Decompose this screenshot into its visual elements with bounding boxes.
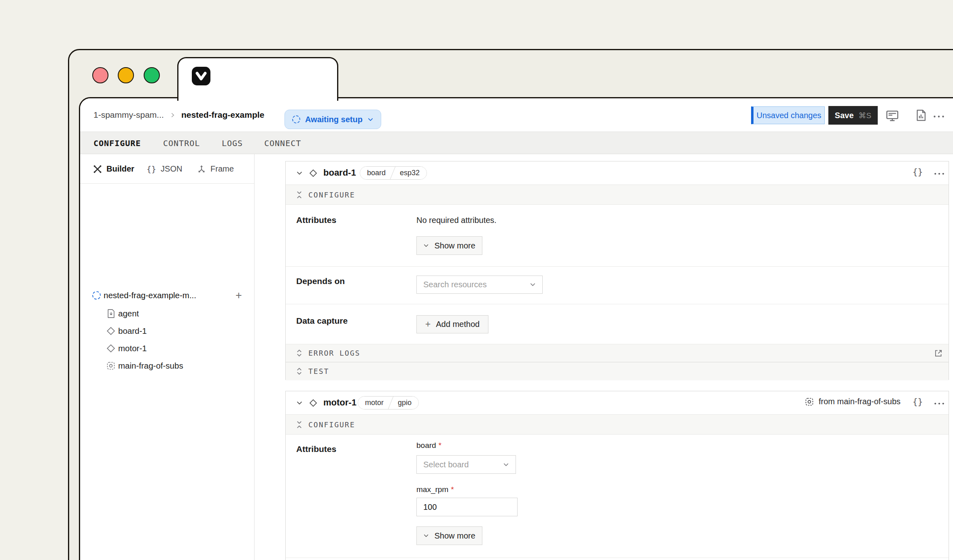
attributes-label: Attributes — [296, 444, 336, 454]
tree-item-board-1[interactable]: board-1 — [80, 322, 254, 340]
from-fragment-label: from main-frag-of-subs — [819, 397, 900, 406]
save-button-label: Save — [835, 111, 854, 120]
row-divider — [286, 558, 949, 558]
view-tab-frame[interactable]: Frame — [197, 154, 234, 184]
machine-status-badge[interactable]: Awaiting setup — [284, 110, 381, 129]
code-braces-icon[interactable]: {} — [913, 167, 923, 177]
machine-awaiting-icon — [92, 291, 101, 300]
data-capture-label: Data capture — [296, 316, 348, 326]
resource-card-board-1: board-1 board esp32 {} CONFIGURE Attribu… — [285, 161, 949, 380]
collapse-section-icon — [296, 420, 302, 429]
depends-on-select[interactable]: Search resources — [416, 276, 543, 294]
resource-model-tag: gpio — [391, 397, 418, 409]
card-menu-icon[interactable] — [934, 402, 945, 405]
view-tab-json-label: JSON — [161, 164, 182, 174]
machine-status-label: Awaiting setup — [305, 115, 363, 124]
error-logs-section-header[interactable]: ERROR LOGS — [286, 344, 949, 362]
tree-item-label: motor-1 — [118, 344, 147, 353]
resource-model-tag: esp32 — [393, 167, 427, 179]
tab-control[interactable]: CONTROL — [163, 132, 200, 155]
card-menu-icon[interactable] — [934, 172, 945, 176]
expand-section-icon — [296, 367, 302, 375]
resource-type-tag: motor — [358, 397, 391, 409]
breadcrumb-chevron-icon — [170, 112, 176, 118]
tree-item-label: board-1 — [118, 326, 147, 336]
fragment-icon — [805, 397, 814, 406]
browser-tab[interactable] — [177, 57, 338, 101]
tree-item-label: agent — [118, 309, 139, 318]
attributes-label: Attributes — [296, 215, 336, 225]
save-button[interactable]: Save ⌘S — [828, 106, 878, 125]
show-more-button[interactable]: Show more — [416, 526, 482, 545]
config-sidebar: Builder {} JSON Frame nested-frag-exampl… — [80, 154, 255, 560]
configure-section-header[interactable]: CONFIGURE — [286, 185, 949, 205]
tree-item-label: main-frag-of-subs — [118, 361, 183, 371]
unsaved-changes-chip[interactable]: Unsaved changes — [751, 106, 825, 124]
add-method-button[interactable]: + Add method — [416, 315, 488, 333]
tree-item-agent[interactable]: agent — [80, 305, 254, 322]
tab-configure[interactable]: CONFIGURE — [93, 132, 141, 155]
test-section-header[interactable]: TEST — [286, 362, 949, 380]
required-marker: * — [439, 441, 441, 450]
add-resource-button[interactable]: + — [236, 290, 242, 301]
traffic-light-zoom-button[interactable] — [144, 67, 160, 83]
machine-page-icon[interactable] — [885, 109, 899, 123]
config-main-area: board-1 board esp32 {} CONFIGURE Attribu… — [255, 154, 953, 560]
expand-section-icon — [296, 349, 302, 357]
configure-section-label: CONFIGURE — [308, 191, 355, 199]
breadcrumb-parent-link[interactable]: 1-spammy-spam... — [93, 110, 164, 120]
machine-nav-tabs: CONFIGURE CONTROL LOGS CONNECT — [80, 132, 953, 154]
component-diamond-icon — [106, 327, 115, 335]
traffic-light-minimize-button[interactable] — [118, 67, 134, 83]
data-file-icon[interactable] — [915, 109, 928, 122]
collapse-chevron-icon[interactable] — [296, 170, 303, 176]
breadcrumb: 1-spammy-spam... nested-frag-example — [93, 98, 264, 132]
fragment-icon — [106, 361, 115, 370]
traffic-light-close-button[interactable] — [92, 67, 108, 83]
tab-logs[interactable]: LOGS — [222, 132, 243, 155]
tree-item-motor-1[interactable]: motor-1 — [80, 339, 254, 357]
tab-connect[interactable]: CONNECT — [264, 132, 301, 155]
row-divider — [286, 266, 949, 267]
chevron-down-icon — [530, 282, 536, 288]
board-field-label: board* — [416, 441, 441, 450]
card-header: board-1 board esp32 {} — [286, 161, 949, 185]
view-tab-builder[interactable]: Builder — [93, 154, 134, 184]
chevron-down-icon — [423, 533, 429, 539]
show-more-button[interactable]: Show more — [416, 236, 482, 255]
tree-item-main-frag-of-subs[interactable]: main-frag-of-subs — [80, 357, 254, 375]
required-marker: * — [451, 485, 454, 494]
row-divider — [286, 304, 949, 304]
resource-title: motor-1 — [323, 397, 357, 408]
overflow-menu-icon[interactable] — [933, 115, 945, 119]
resource-card-motor-1: motor-1 motor gpio from main-frag-of-sub… — [285, 391, 949, 560]
chevron-down-icon — [423, 243, 429, 248]
code-braces-icon: {} — [146, 164, 156, 174]
configure-section-label: CONFIGURE — [308, 420, 355, 429]
max-rpm-input[interactable] — [416, 498, 518, 516]
app-panel: 1-spammy-spam... nested-frag-example Awa… — [79, 97, 953, 560]
awaiting-setup-spinner-icon — [292, 115, 300, 123]
unsaved-changes-label: Unsaved changes — [756, 111, 821, 120]
component-diamond-icon — [106, 344, 115, 353]
collapse-section-icon — [296, 191, 302, 199]
show-more-label: Show more — [434, 531, 475, 541]
from-fragment-link[interactable]: from main-frag-of-subs — [805, 397, 900, 406]
agent-file-icon — [107, 309, 115, 318]
external-link-icon[interactable] — [934, 349, 943, 358]
view-tab-json[interactable]: {} JSON — [146, 154, 182, 184]
tree-item-machine-root[interactable]: nested-frag-example-m... + — [80, 286, 254, 304]
card-header: motor-1 motor gpio from main-frag-of-sub… — [286, 391, 949, 414]
builder-tools-icon — [93, 165, 102, 174]
error-logs-label: ERROR LOGS — [308, 349, 360, 357]
view-tab-frame-label: Frame — [210, 164, 234, 174]
test-section-label: TEST — [308, 367, 329, 375]
resource-type-tag: board — [360, 167, 393, 179]
tree-root-label: nested-frag-example-m... — [104, 291, 196, 300]
component-diamond-icon — [309, 169, 317, 177]
view-tab-builder-label: Builder — [106, 164, 134, 174]
select-board-dropdown[interactable]: Select board — [416, 455, 516, 474]
collapse-chevron-icon[interactable] — [296, 400, 303, 406]
configure-section-header[interactable]: CONFIGURE — [286, 414, 949, 435]
code-braces-icon[interactable]: {} — [913, 397, 923, 407]
